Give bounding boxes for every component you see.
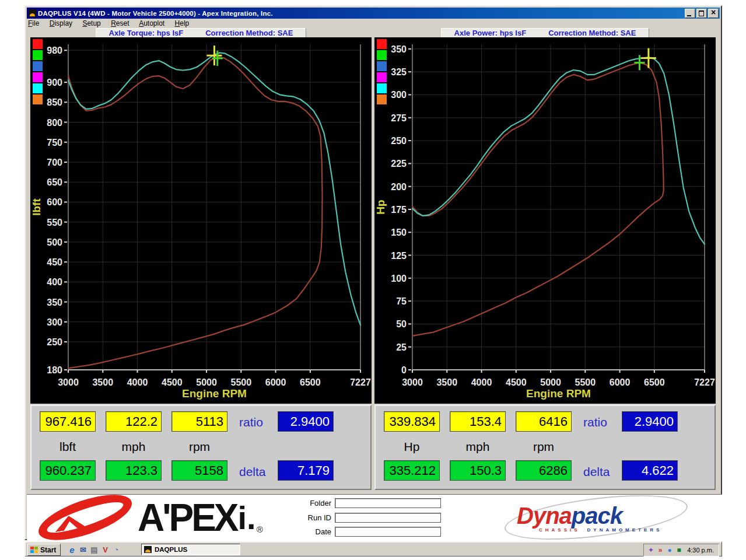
window-title: DAQPLUS V14 (4WD - Motor Vehicle 2500+40… — [38, 10, 684, 17]
svg-text:5000: 5000 — [196, 377, 217, 387]
svg-text:700: 700 — [47, 158, 62, 167]
run-info-fields: Folder Run ID Date — [300, 498, 441, 540]
torque-peak-rpm: 5113 — [171, 411, 227, 432]
power-delta-value: 4.622 — [622, 460, 678, 481]
svg-text:300: 300 — [391, 90, 407, 100]
power-legend-swatches[interactable] — [377, 39, 387, 106]
power-peak-value: 339.834 — [384, 411, 440, 432]
torque-chart-title: Axle Torque: hps IsF — [109, 29, 184, 37]
restore-button[interactable] — [696, 9, 707, 18]
windows-flag-icon — [30, 547, 38, 554]
run-id-label: Run ID — [300, 513, 331, 522]
legend-color-swatch[interactable] — [33, 50, 43, 60]
torque-chart-panel[interactable]: 9809008508007507006506005505004504003503… — [30, 37, 372, 404]
svg-text:175: 175 — [391, 205, 407, 215]
legend-color-swatch[interactable] — [377, 50, 387, 60]
daqplus-icon — [144, 546, 152, 553]
legend-color-swatch[interactable] — [377, 39, 387, 49]
dynapack-caption-dynamometers: DYNAMOMETERS — [587, 527, 663, 533]
svg-text:500: 500 — [47, 237, 62, 247]
hp-unit-label: Hp — [384, 440, 440, 454]
menu-display[interactable]: Display — [50, 19, 72, 27]
folder-input[interactable] — [335, 498, 441, 508]
svg-text:800: 800 — [47, 118, 62, 128]
menu-reset[interactable]: Reset — [111, 19, 129, 27]
folder-label: Folder — [300, 499, 331, 508]
svg-text:980: 980 — [47, 46, 62, 55]
svg-text:125: 125 — [391, 251, 407, 261]
tray-app2-icon[interactable]: » — [656, 545, 665, 555]
legend-color-swatch[interactable] — [377, 72, 387, 82]
run-id-input[interactable] — [335, 513, 441, 523]
legend-color-swatch[interactable] — [377, 83, 387, 93]
svg-text:250: 250 — [391, 136, 407, 146]
svg-text:3000: 3000 — [402, 377, 423, 387]
taskbar: Start e ✉ ▤ V ◔ DAQPLUS ✦ » ● ■ 4:30 p.m… — [24, 541, 722, 556]
legend-color-swatch[interactable] — [33, 72, 43, 82]
app-icon — [29, 9, 36, 17]
svg-text:4000: 4000 — [471, 377, 492, 387]
menu-file[interactable]: File — [28, 19, 39, 27]
legend-color-swatch[interactable] — [377, 61, 387, 71]
power-peak-mph: 153.4 — [450, 411, 506, 432]
svg-text:550: 550 — [47, 218, 62, 228]
media-icon[interactable]: V — [100, 545, 111, 555]
svg-text:Hp: Hp — [375, 200, 387, 214]
explorer-icon[interactable]: ◔ — [111, 545, 122, 555]
start-button[interactable]: Start — [27, 544, 61, 556]
tray-app1-icon[interactable]: ✦ — [646, 545, 656, 555]
delta-label: delta — [239, 465, 274, 479]
legend-color-swatch[interactable] — [33, 39, 43, 49]
logo-strip: A'PEX i . ® Folder Run ID Date Dynapack … — [27, 494, 722, 541]
torque-legend-swatches[interactable] — [33, 39, 43, 106]
svg-text:3000: 3000 — [58, 377, 79, 387]
power-chart-panel[interactable]: 3503253002752502252001751501251007550250… — [374, 37, 716, 404]
registered-mark: ® — [257, 524, 263, 534]
ie-icon[interactable]: e — [66, 545, 78, 555]
svg-text:180: 180 — [47, 365, 62, 375]
torque-chart[interactable]: 9809008508007507006506005505004504003503… — [31, 37, 371, 404]
legend-color-swatch[interactable] — [33, 94, 43, 104]
mail-icon[interactable]: ✉ — [78, 545, 89, 555]
daqplus-task-label: DAQPLUS — [155, 546, 187, 553]
apexi-swoosh-icon — [33, 485, 137, 550]
legend-color-swatch[interactable] — [377, 94, 387, 104]
date-input[interactable] — [335, 527, 441, 537]
title-bar: DAQPLUS V14 (4WD - Motor Vehicle 2500+40… — [27, 8, 720, 19]
legend-color-swatch[interactable] — [33, 61, 43, 71]
system-tray: ✦ » ● ■ 4:30 p.m. — [643, 544, 719, 556]
power-chart-header: Axle Power: hps IsF Correction Method: S… — [374, 28, 716, 37]
menu-setup[interactable]: Setup — [82, 19, 100, 27]
power-run2-value: 335.212 — [384, 460, 440, 481]
svg-text:4500: 4500 — [506, 377, 527, 387]
svg-text:Engine RPM: Engine RPM — [182, 387, 247, 400]
svg-text:275: 275 — [391, 113, 407, 123]
svg-text:lbft: lbft — [31, 198, 43, 216]
desktop-icon[interactable]: ▤ — [89, 545, 100, 555]
clock[interactable]: 4:30 p.m. — [687, 547, 714, 554]
menu-bar: File Display Setup Reset Autoplot Help — [28, 19, 197, 28]
svg-text:350: 350 — [391, 44, 407, 54]
quick-launch: e ✉ ▤ V ◔ — [66, 544, 122, 555]
tray-display-icon[interactable]: ■ — [674, 545, 684, 555]
power-correction-method: Correction Method: SAE — [548, 29, 636, 37]
app-window: DAQPLUS V14 (4WD - Motor Vehicle 2500+40… — [24, 5, 722, 540]
tray-network-icon[interactable]: ● — [665, 545, 674, 555]
svg-text:7227: 7227 — [350, 377, 371, 387]
close-button[interactable] — [708, 9, 719, 18]
legend-color-swatch[interactable] — [33, 83, 43, 93]
power-chart[interactable]: 3503253002752502252001751501251007550250… — [375, 37, 715, 404]
start-label: Start — [40, 546, 56, 554]
svg-text:4500: 4500 — [162, 377, 183, 387]
svg-text:6500: 6500 — [644, 377, 665, 387]
minimize-button[interactable] — [685, 9, 695, 18]
svg-text:325: 325 — [391, 67, 407, 77]
power-chart-title: Axle Power: hps IsF — [454, 29, 527, 37]
svg-text:350: 350 — [47, 298, 62, 307]
daqplus-task-button[interactable]: DAQPLUS — [141, 544, 240, 555]
menu-help[interactable]: Help — [175, 19, 190, 27]
menu-autoplot[interactable]: Autoplot — [139, 19, 164, 27]
svg-text:450: 450 — [47, 257, 62, 267]
apexi-dot: . — [247, 499, 256, 537]
apexi-logo: A'PEX i . ® — [36, 496, 263, 539]
